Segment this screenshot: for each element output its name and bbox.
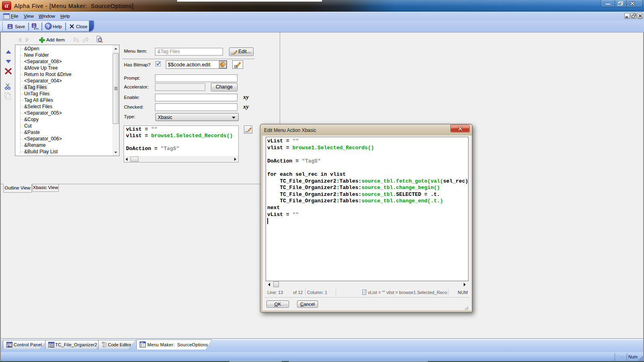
svg-text:?: ? bbox=[47, 23, 50, 29]
